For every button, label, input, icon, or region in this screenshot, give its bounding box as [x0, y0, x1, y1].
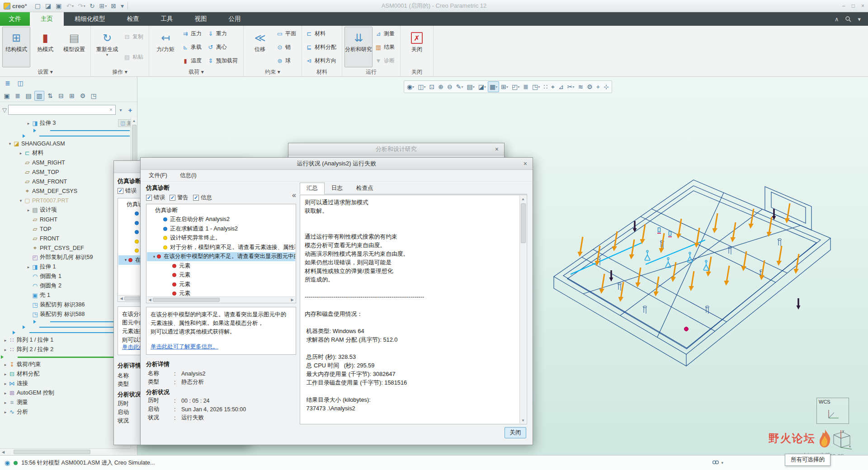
report-tab[interactable]: 检查点	[349, 183, 380, 194]
window-control-button[interactable]: ×	[861, 3, 864, 9]
scroll-up-icon[interactable]: ▲	[132, 118, 136, 124]
menu-info[interactable]: 信息(I)	[180, 172, 197, 179]
snap-icon[interactable]: ⊹	[602, 81, 611, 92]
diagnostic-item[interactable]: 正在求解通道 1 - Analysis2	[147, 224, 295, 234]
ribbon-button[interactable]: ⊞结构模式	[2, 27, 30, 67]
tree-item[interactable]: ▸◨拉伸 1	[0, 262, 131, 272]
close-mode-button[interactable]: ✗ 关闭	[403, 27, 431, 67]
new-file-icon[interactable]: ▢	[33, 1, 42, 10]
diagnostic-item[interactable]: 元素	[147, 271, 295, 280]
windows-icon[interactable]: ⊞▾	[98, 1, 108, 10]
diagnostic-item[interactable]: 元素	[147, 261, 295, 271]
expand-all-icon[interactable]: ⊞	[67, 91, 77, 101]
filter-checkbox[interactable]: ✓错误	[146, 194, 165, 202]
group-label-settings[interactable]: 设置 ▾	[2, 67, 88, 76]
dialog-close-button[interactable]: 关闭	[505, 427, 526, 438]
tree-item[interactable]: ▱RIGHT	[0, 215, 131, 224]
regenerate-button[interactable]: ↻ 重新生成 ▾	[93, 27, 121, 67]
report-tab[interactable]: 汇总	[300, 183, 325, 194]
more-info-link[interactable]: 单击此处可了解更多信息。	[151, 343, 218, 351]
ribbon-button[interactable]: ⊾承载	[180, 40, 205, 54]
dialog-title[interactable]: 分析和设计研究 ×	[288, 143, 504, 155]
scroll-thumb[interactable]	[521, 203, 526, 243]
summary-scrollbar[interactable]: ▲ ▼	[519, 196, 526, 423]
tree-item[interactable]: ▸∷阵列 2 / 拉伸 2	[0, 345, 131, 354]
ribbon-button[interactable]: ⇕预加载荷	[206, 54, 241, 67]
filter-checkbox[interactable]: ✓错误	[118, 187, 137, 195]
tree-item[interactable]	[0, 133, 131, 139]
window-control-button[interactable]: □	[852, 3, 855, 9]
tree-item[interactable]	[0, 354, 131, 360]
tree-item[interactable]: ⌖ASM_DEF_CSYS	[0, 186, 131, 196]
tree-item[interactable]: ⌖PRT_CSYS_DEF	[0, 243, 131, 253]
diagnostic-item[interactable]: 对于分析，模型约束不足。请查看元素连接、属性和约束。	[147, 243, 295, 252]
ribbon-button[interactable]: ⊟复制	[122, 27, 146, 47]
model-tree-toggle-icon[interactable]: ≣	[3, 78, 13, 88]
scroll-down-icon[interactable]: ▼	[521, 417, 525, 423]
refit-icon[interactable]: ⊡	[427, 81, 436, 92]
tree-columns-icon[interactable]: ▤	[24, 91, 33, 101]
scroll-left-icon[interactable]: ◀	[0, 450, 6, 454]
ribbon-tab[interactable]: 视图	[184, 12, 218, 26]
tree-item[interactable]: ▣壳 1	[0, 291, 131, 300]
regenerate-icon[interactable]: ↻	[88, 1, 97, 10]
find-caret-icon[interactable]: ▾	[721, 461, 723, 465]
expander-icon[interactable]: ▸	[3, 381, 8, 386]
redo-icon[interactable]: ↷▾	[76, 1, 87, 10]
group-label-operations[interactable]: 操作 ▾	[93, 67, 146, 76]
report-tab[interactable]: 日志	[325, 183, 349, 194]
filter-checkbox[interactable]: ✓警告	[170, 194, 189, 202]
scroll-thumb[interactable]	[14, 450, 90, 454]
show-panel-icon[interactable]: ▣	[2, 91, 12, 101]
file-tab[interactable]: 文件	[0, 12, 30, 26]
ribbon-button[interactable]: ⊚球	[275, 54, 299, 67]
diagnostic-item[interactable]: 仿真诊断	[147, 206, 295, 215]
collapse-all-icon[interactable]: ⊟	[56, 91, 66, 101]
annotation-display-icon[interactable]: ◰▾	[510, 81, 521, 92]
tree-horizontal-scrollbar[interactable]: ◀▶	[147, 296, 295, 302]
ribbon-tab[interactable]: 工具	[150, 12, 184, 26]
ribbon-options-icon[interactable]: ▾	[858, 16, 861, 23]
ribbon-button[interactable]: ▤粘贴	[122, 47, 146, 67]
section-icon[interactable]: ◪▾	[476, 81, 488, 92]
zoom-in-icon[interactable]: ⊕	[436, 81, 445, 92]
appearance-icon[interactable]: ◳▾	[530, 81, 542, 92]
undo-icon[interactable]: ↶▾	[65, 1, 75, 10]
point-display-icon[interactable]: ∷	[542, 81, 549, 92]
expander-icon[interactable]: ▸	[18, 151, 24, 155]
ribbon-button[interactable]: ▤模型设置	[60, 27, 88, 67]
tree-item[interactable]: ▸◨拉伸 3	[0, 118, 131, 128]
filter-checkbox[interactable]: ✓信息	[193, 194, 212, 202]
detach-tree-icon[interactable]: ◳	[89, 91, 99, 101]
collapse-pane-icon[interactable]: «	[292, 191, 296, 199]
style-tree-icon[interactable]: ▥	[34, 91, 44, 101]
display-style-icon[interactable]: ▤▾	[465, 81, 476, 92]
search-in-model-icon[interactable]	[712, 460, 719, 466]
sort-icon[interactable]: ⇅	[45, 91, 55, 101]
expander-icon[interactable]: ▸	[3, 391, 8, 395]
mesh-display-icon[interactable]: ≋	[576, 81, 585, 92]
tree-item[interactable]: ▸⊞AutoGEM 控制	[0, 388, 131, 398]
ribbon-tab[interactable]: 检查	[116, 12, 150, 26]
tree-item[interactable]: ▾▢PRT0007.PRT	[0, 196, 131, 205]
tree-item[interactable]: ▱TOP	[0, 224, 131, 234]
group-label-loads[interactable]: 载荷 ▾	[151, 67, 241, 76]
displacement-button[interactable]: ≪ 位移	[246, 27, 274, 67]
tree-search-field[interactable]	[10, 107, 108, 113]
ribbon-button[interactable]: ↺离心	[206, 40, 241, 54]
tree-item[interactable]: ▸⊏材料	[0, 148, 131, 158]
tree-item[interactable]: ◠倒圆角 1	[0, 272, 131, 281]
open-file-icon[interactable]: ◪	[44, 1, 53, 10]
scroll-up-icon[interactable]: ▲	[521, 196, 525, 202]
tree-item[interactable]: ▱ASM_RIGHT	[0, 158, 131, 167]
ribbon-button[interactable]: ▼诊断	[373, 54, 398, 67]
pan-icon[interactable]: +	[594, 81, 602, 92]
command-search-icon[interactable]	[845, 16, 851, 22]
ribbon-button[interactable]: ⊙销	[275, 40, 299, 54]
zoom-out-icon[interactable]: ⊖	[445, 81, 454, 92]
tree-item[interactable]	[0, 128, 131, 133]
settings-icon[interactable]: ⚙	[585, 81, 594, 92]
tree-item[interactable]: ◳装配切剪 标识588	[0, 310, 131, 319]
tree-search-input[interactable]: ×	[8, 105, 116, 115]
tree-item[interactable]: ▸∿分析	[0, 407, 131, 417]
